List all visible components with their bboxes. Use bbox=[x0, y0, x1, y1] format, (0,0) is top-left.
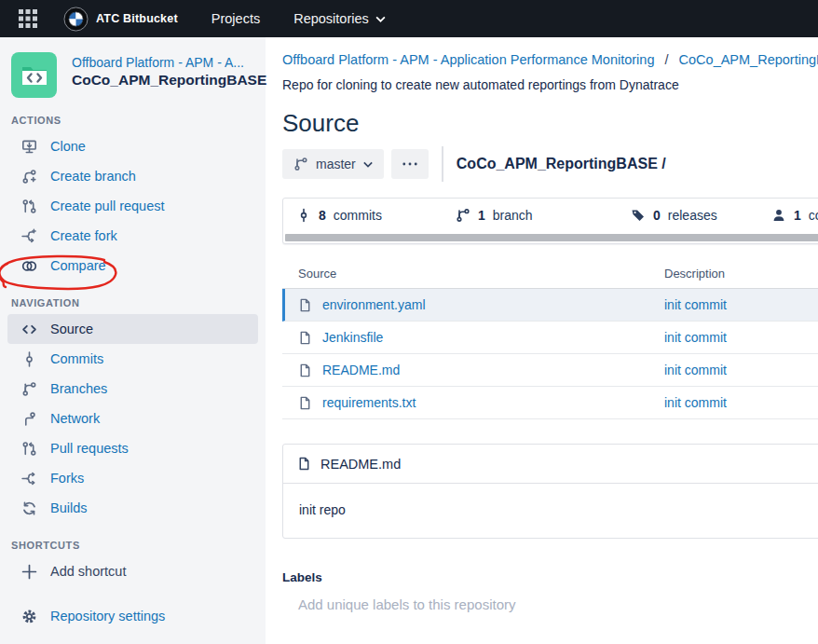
breadcrumb-repo-link[interactable]: CoCo_APM_ReportingBASE bbox=[679, 52, 818, 67]
branch-name: master bbox=[316, 157, 356, 171]
file-icon bbox=[298, 363, 312, 377]
sidebar-item-network[interactable]: Network bbox=[7, 404, 258, 433]
sidebar-item-label: Network bbox=[50, 411, 100, 426]
actions-section-label: ACTIONS bbox=[0, 115, 266, 126]
table-row[interactable]: requirements.txt init commit bbox=[282, 387, 818, 419]
table-row[interactable]: environment.yaml init commit bbox=[282, 289, 818, 322]
branch-selector-button[interactable]: master bbox=[282, 149, 384, 179]
file-icon bbox=[298, 331, 312, 345]
stat-releases[interactable]: 0 releases bbox=[631, 208, 717, 223]
stat-label: commits bbox=[334, 208, 382, 223]
top-navigation-bar: ATC Bitbucket Projects Repositories bbox=[0, 0, 818, 37]
stat-label: contributor bbox=[809, 208, 818, 223]
horizontal-scrollbar[interactable] bbox=[285, 234, 818, 241]
brand-title: ATC Bitbucket bbox=[96, 12, 178, 25]
table-row[interactable]: README.md init commit bbox=[282, 354, 818, 387]
file-table: Source Description environment.yaml init… bbox=[282, 267, 818, 419]
chevron-down-icon bbox=[363, 161, 373, 168]
sidebar-item-forks[interactable]: Forks bbox=[7, 463, 258, 493]
divider bbox=[442, 146, 443, 182]
bmw-logo-icon bbox=[63, 7, 89, 32]
bitbucket-home-link[interactable]: ATC Bitbucket bbox=[63, 7, 178, 32]
sidebar-item-label: Pull requests bbox=[50, 441, 129, 456]
sidebar-item-compare[interactable]: Compare bbox=[7, 251, 258, 281]
sidebar-item-branches[interactable]: Branches bbox=[7, 374, 258, 404]
sidebar-item-create-fork[interactable]: Create fork bbox=[7, 221, 258, 251]
sidebar-item-create-pull-request[interactable]: Create pull request bbox=[7, 191, 258, 221]
builds-icon bbox=[20, 500, 37, 516]
code-icon bbox=[20, 321, 37, 337]
repository-avatar[interactable] bbox=[11, 52, 57, 98]
repository-sidebar: Offboard Platform - APM - A... CoCo_APM_… bbox=[0, 37, 266, 644]
commit-message-link[interactable]: init commit bbox=[664, 363, 727, 377]
shortcuts-section-label: SHORTCUTS bbox=[0, 540, 266, 551]
stat-contributors[interactable]: 1 contributor bbox=[771, 208, 818, 223]
network-icon bbox=[20, 410, 37, 427]
main-content: Offboard Platform - APM - Application Pe… bbox=[266, 37, 818, 644]
sidebar-item-clone[interactable]: Clone bbox=[7, 131, 258, 161]
breadcrumb: Offboard Platform - APM - Application Pe… bbox=[282, 52, 818, 67]
stat-branches[interactable]: 1 branch bbox=[456, 208, 533, 223]
sidebar-item-label: Branches bbox=[50, 381, 107, 396]
file-icon bbox=[297, 457, 311, 471]
sidebar-item-commits[interactable]: Commits bbox=[7, 344, 258, 374]
file-link[interactable]: README.md bbox=[322, 363, 400, 377]
sidebar-item-label: Commits bbox=[50, 351, 103, 366]
sidebar-item-label: Source bbox=[50, 322, 93, 336]
sidebar-item-pull-requests[interactable]: Pull requests bbox=[7, 433, 258, 463]
stat-value: 8 bbox=[319, 208, 326, 223]
sidebar-item-builds[interactable]: Builds bbox=[7, 493, 258, 523]
commit-message-link[interactable]: init commit bbox=[664, 395, 727, 410]
file-link[interactable]: Jenkinsfile bbox=[322, 330, 383, 345]
branch-icon bbox=[20, 168, 37, 185]
projects-menu-item[interactable]: Projects bbox=[211, 11, 260, 26]
repository-description: Repo for cloning to create new automated… bbox=[282, 77, 818, 92]
breadcrumb-project-link[interactable]: Offboard Platform - APM - Application Pe… bbox=[282, 52, 654, 67]
clone-icon bbox=[20, 138, 37, 155]
sidebar-item-repository-settings[interactable]: Repository settings bbox=[7, 601, 258, 631]
pull-request-icon bbox=[20, 440, 37, 457]
readme-header: README.md bbox=[283, 445, 818, 484]
column-header-description: Description bbox=[664, 267, 725, 281]
more-options-button[interactable] bbox=[391, 149, 429, 179]
sidebar-item-source[interactable]: Source bbox=[7, 314, 258, 344]
sidebar-item-label: Add shortcut bbox=[50, 564, 126, 579]
branch-icon bbox=[20, 380, 37, 397]
sidebar-project-link[interactable]: Offboard Platform - APM - A... bbox=[72, 55, 254, 70]
file-icon bbox=[298, 396, 312, 410]
stat-commits[interactable]: 8 commits bbox=[296, 208, 382, 223]
plus-icon bbox=[20, 563, 37, 580]
fork-icon bbox=[20, 470, 37, 486]
topbar-menu: Projects Repositories bbox=[211, 11, 386, 26]
pull-request-icon bbox=[20, 198, 37, 214]
person-icon bbox=[771, 208, 786, 223]
commit-message-link[interactable]: init commit bbox=[664, 297, 727, 312]
fork-icon bbox=[20, 227, 37, 244]
sidebar-item-add-shortcut[interactable]: Add shortcut bbox=[7, 556, 258, 586]
file-link[interactable]: requirements.txt bbox=[322, 395, 416, 410]
branch-icon bbox=[456, 208, 470, 223]
file-link[interactable]: environment.yaml bbox=[322, 297, 426, 312]
stat-value: 1 bbox=[478, 208, 485, 223]
stat-label: branch bbox=[493, 208, 533, 223]
breadcrumb-separator: / bbox=[665, 52, 669, 67]
sidebar-item-create-branch[interactable]: Create branch bbox=[7, 161, 258, 191]
app-grid-icon[interactable] bbox=[17, 7, 39, 30]
sidebar-repo-name: CoCo_APM_ReportingBASE bbox=[72, 72, 254, 89]
compare-icon bbox=[20, 257, 37, 274]
repository-stats-bar: 8 commits 1 branch 0 releases bbox=[282, 198, 818, 244]
commit-icon bbox=[296, 208, 311, 223]
table-row[interactable]: Jenkinsfile init commit bbox=[282, 322, 818, 354]
repositories-menu-item[interactable]: Repositories bbox=[293, 11, 386, 26]
source-controls: master CoCo_APM_ReportingBASE / bbox=[282, 149, 818, 179]
labels-heading: Labels bbox=[282, 570, 818, 584]
sidebar-item-label: Create branch bbox=[50, 169, 136, 184]
readme-filename: README.md bbox=[320, 457, 401, 472]
column-header-source: Source bbox=[298, 267, 664, 281]
stat-label: releases bbox=[668, 208, 717, 223]
commit-message-link[interactable]: init commit bbox=[664, 330, 727, 345]
chevron-down-icon bbox=[375, 16, 386, 22]
labels-placeholder[interactable]: Add unique labels to this repository bbox=[298, 596, 818, 612]
tag-icon bbox=[631, 208, 646, 223]
sidebar-item-label: Create fork bbox=[50, 228, 117, 243]
